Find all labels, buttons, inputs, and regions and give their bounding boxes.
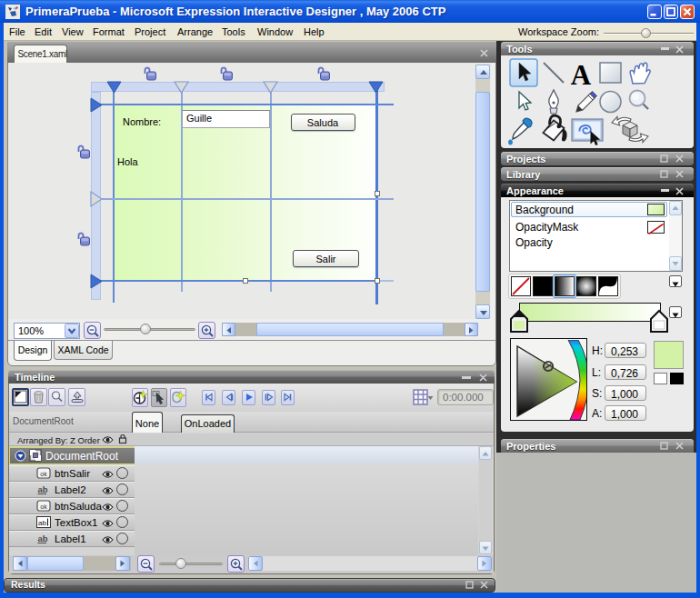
svg-text:A: A: [571, 59, 592, 91]
